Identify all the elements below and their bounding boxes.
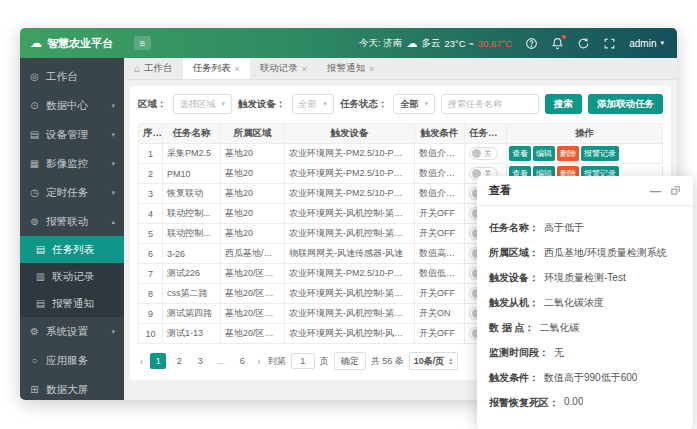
sidebar-item-video-monitor[interactable]: ▦ 影像监控 ▾ — [20, 149, 124, 178]
delete-button[interactable]: 删除 — [557, 146, 579, 161]
sidebar-item-label: 设备管理 — [46, 128, 88, 142]
sidebar-item-data-center[interactable]: ⊙ 数据中心 ▾ — [20, 91, 124, 120]
cell-device: 农业环境网关-风机控制-第二路 — [285, 204, 415, 224]
chevron-down-icon: ▾ — [111, 189, 115, 197]
menu-icon: ≡ — [140, 38, 146, 49]
alarm-record-button[interactable]: 报警记录 — [581, 146, 619, 161]
cell-region: 基地20 — [221, 164, 285, 184]
cell-condition: 数值高于... — [415, 244, 465, 264]
sidebar-item-linkage-records[interactable]: ▥ 联动记录 — [20, 263, 124, 290]
cell-device: 农业环境网关-PM2.5/10-PM2.5 — [285, 264, 415, 284]
cell-region: 基地20/区域20 — [221, 324, 285, 344]
field-region: 所属区域： 西瓜基地/环境质量检测系统 — [489, 246, 681, 260]
weather-widget: 今天: 济南 ☁ 多云 23°C ~ 30.67°C — [359, 37, 512, 50]
sidebar: ◎ 工作台 ⊙ 数据中心 ▾ ▤ 设备管理 ▾ ▦ 影像监控 ▾ ◷ 定时任务 — [20, 58, 124, 400]
notification-bell[interactable] — [551, 37, 564, 50]
cell-condition: 开关OFF — [415, 204, 465, 224]
region-select[interactable]: 选择区域 ▾ — [173, 94, 233, 114]
cell-region: 基地20 — [221, 204, 285, 224]
cell-no: 5 — [139, 224, 163, 244]
sidebar-item-app-services[interactable]: ○ 应用服务 — [20, 346, 124, 375]
page-size-select[interactable]: 10条/页 ▲▼ — [409, 352, 458, 370]
fullscreen-icon[interactable] — [603, 37, 616, 50]
sidebar-item-workbench[interactable]: ◎ 工作台 — [20, 62, 124, 91]
tab-linkage-records[interactable]: 联动记录 × — [250, 58, 317, 79]
device-label: 触发设备： — [238, 98, 286, 111]
sidebar-item-timed-tasks[interactable]: ◷ 定时任务 ▾ — [20, 178, 124, 207]
view-button[interactable]: 查看 — [509, 146, 531, 161]
chevron-down-icon: ▾ — [216, 100, 226, 108]
sidebar-item-label: 报警通知 — [52, 297, 94, 311]
field-label: 所属区域： — [489, 246, 539, 260]
region-label: 区域： — [138, 98, 167, 111]
col-device: 触发设备 — [285, 124, 415, 144]
col-region: 所属区域 — [221, 124, 285, 144]
field-trigger-slave: 触发从机： 二氧化碳浓度 — [489, 296, 681, 310]
col-condition: 触发条件 — [415, 124, 465, 144]
app-title: 智慧农业平台 — [47, 36, 113, 51]
close-icon[interactable]: × — [302, 64, 307, 74]
toggle-knob — [472, 149, 481, 158]
alarm-icon: ⊚ — [29, 216, 40, 227]
col-no: 序号 — [139, 124, 163, 144]
page-1[interactable]: 1 — [150, 353, 166, 369]
cell-no: 6 — [139, 244, 163, 264]
search-button[interactable]: 搜索 — [545, 94, 582, 114]
cell-region: 基地20 — [221, 224, 285, 244]
refresh-icon[interactable] — [577, 37, 590, 50]
field-label: 触发从机： — [489, 296, 539, 310]
data-center-icon: ⊙ — [29, 100, 40, 111]
close-icon[interactable]: × — [369, 64, 374, 74]
minimize-icon[interactable]: — — [650, 186, 661, 196]
restore-icon[interactable] — [670, 185, 681, 196]
field-value: 高于低于 — [544, 221, 584, 235]
add-linkage-task-button[interactable]: 添加联动任务 — [588, 94, 663, 114]
tab-task-list[interactable]: 任务列表 × — [183, 58, 250, 79]
status-toggle[interactable]: 关 — [469, 147, 498, 160]
sidebar-item-system-settings[interactable]: ⚙ 系统设置 ▾ — [20, 317, 124, 346]
device-icon: ▤ — [29, 129, 40, 140]
cell-name: PM10 — [163, 164, 221, 184]
jump-confirm-button[interactable]: 确定 — [334, 352, 366, 370]
cell-region: 基地20 — [221, 184, 285, 204]
tab-workbench[interactable]: ⌂ 工作台 — [124, 58, 183, 79]
collapse-menu-button[interactable]: ≡ — [134, 36, 151, 50]
tab-alarm-notify[interactable]: 报警通知 × — [317, 58, 384, 79]
trigger-device-select[interactable]: 全部 ▾ — [292, 94, 334, 114]
temp-high: 30.67°C — [478, 38, 512, 49]
user-menu[interactable]: admin ▾ — [629, 38, 664, 49]
jump-page-input[interactable] — [291, 353, 315, 369]
filter-bar: 区域： 选择区域 ▾ 触发设备： 全部 ▾ 任务状态： 全部 — [138, 94, 663, 114]
cell-device: 物联网网关-风速传感器-风速 — [285, 244, 415, 264]
chevron-down-icon: ▾ — [111, 102, 115, 110]
sidebar-item-label: 数据中心 — [46, 99, 88, 113]
total-count: 共 56 条 — [371, 355, 404, 368]
weather-today-text: 今天: 济南 — [359, 37, 402, 50]
status-label: 任务状态： — [340, 98, 388, 111]
jump-suffix: 页 — [320, 355, 329, 368]
sidebar-item-data-screen[interactable]: ⊞ 数据大屏 — [20, 375, 124, 400]
view-dialog: 查看 — 任务名称： 高于低于 所属区域： 西瓜基地/环境质量检测系统 触发设备… — [477, 176, 693, 429]
service-icon: ○ — [29, 355, 40, 366]
chevron-down-icon: ▾ — [111, 160, 115, 168]
page-3[interactable]: 3 — [192, 353, 208, 369]
edit-button[interactable]: 编辑 — [533, 146, 555, 161]
cell-device: 农业环境网关-PM2.5/10-PM2.5 — [285, 144, 415, 164]
search-input[interactable] — [441, 94, 539, 114]
sidebar-item-device-mgmt[interactable]: ▤ 设备管理 ▾ — [20, 120, 124, 149]
next-page-button[interactable]: › — [255, 356, 262, 367]
sidebar-item-task-list[interactable]: ▤ 任务列表 — [20, 236, 124, 263]
page-2[interactable]: 2 — [171, 353, 187, 369]
sidebar-item-alarm-notify[interactable]: ▤ 报警通知 — [20, 290, 124, 317]
help-icon[interactable] — [525, 37, 538, 50]
cell-name: 测试1-13 — [163, 324, 221, 344]
close-icon[interactable]: × — [235, 64, 240, 74]
tab-label: 任务列表 — [193, 62, 231, 75]
cell-name: 联动控制... — [163, 204, 221, 224]
page-6[interactable]: 6 — [234, 353, 250, 369]
device-select-value: 全部 — [299, 98, 317, 111]
toggle-label: 关 — [484, 149, 492, 159]
task-status-select[interactable]: 全部 ▾ — [393, 94, 435, 114]
prev-page-button[interactable]: ‹ — [138, 356, 145, 367]
sidebar-item-alarm-linkage[interactable]: ⊚ 报警联动 ▴ — [20, 207, 124, 236]
